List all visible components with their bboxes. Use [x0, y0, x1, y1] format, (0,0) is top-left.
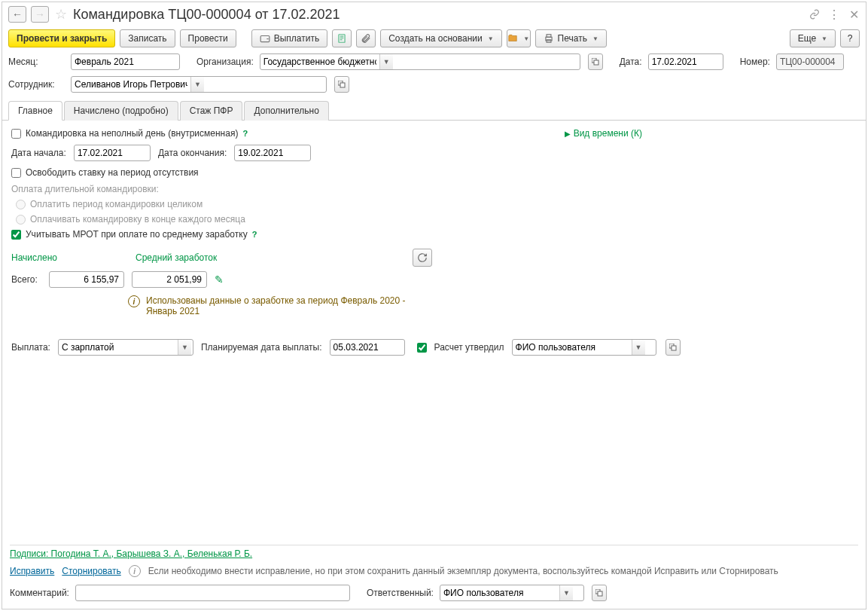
help-button[interactable]: ?: [840, 29, 860, 47]
employee-open-button[interactable]: [334, 76, 349, 93]
svg-rect-23: [598, 591, 602, 596]
nav-back-button[interactable]: ←: [8, 6, 26, 23]
attach-button[interactable]: [356, 29, 376, 47]
avg-input[interactable]: [132, 271, 207, 288]
total-label: Всего:: [11, 274, 41, 285]
folder-arrow-icon: [507, 33, 518, 44]
fix-link[interactable]: Исправить: [10, 566, 54, 576]
pay-label: Выплатить: [274, 33, 320, 44]
tab-pfr[interactable]: Стаж ПФР: [180, 101, 243, 121]
pay-monthly-label: Оплачивать командировку в конце каждого …: [30, 214, 245, 225]
tab-accrued[interactable]: Начислено (подробно): [64, 101, 178, 121]
resp-label: Ответственный:: [367, 588, 434, 598]
tab-main[interactable]: Главное: [8, 101, 62, 121]
pay-monthly-radio: [16, 215, 26, 225]
resp-open-button[interactable]: [592, 585, 607, 601]
svg-rect-13: [340, 83, 345, 87]
more-button[interactable]: Еще▼: [790, 29, 836, 47]
create-based-button[interactable]: Создать на основании▼: [380, 29, 501, 47]
employee-label: Сотрудник:: [8, 79, 65, 90]
window-title: Командировка ТЦ00-000004 от 17.02.2021: [73, 7, 804, 23]
end-date-input[interactable]: [235, 145, 311, 160]
month-label: Месяц:: [8, 57, 65, 67]
post-button[interactable]: Провести: [180, 29, 236, 47]
svg-rect-9: [594, 60, 598, 65]
more-label: Еще: [798, 33, 816, 44]
date-label: Дата:: [620, 57, 642, 67]
resp-input[interactable]: [440, 585, 559, 600]
comment-input[interactable]: [76, 585, 195, 600]
chevron-right-icon: ▶: [565, 130, 571, 138]
pay-full-radio: [16, 200, 26, 209]
employee-input[interactable]: [72, 77, 190, 92]
month-input[interactable]: [72, 54, 180, 69]
menu-icon[interactable]: ⋮: [828, 8, 840, 20]
end-date-label: Дата окончания:: [158, 148, 227, 158]
paperclip-icon: [361, 33, 371, 44]
save-label: Записать: [128, 33, 166, 44]
org-dropdown[interactable]: ▼: [379, 54, 393, 69]
mrot-checkbox[interactable]: [11, 230, 21, 240]
svg-rect-21: [672, 346, 676, 350]
create-based-label: Создать на основании: [388, 33, 483, 44]
approved-checkbox[interactable]: [417, 343, 427, 353]
planned-date-label: Планируемая дата выплаты:: [201, 342, 322, 353]
planned-date-input[interactable]: [330, 340, 405, 355]
partial-day-help-icon[interactable]: ?: [242, 129, 248, 138]
save-button[interactable]: Записать: [120, 29, 175, 47]
close-icon[interactable]: ✕: [848, 8, 860, 20]
number-label: Номер:: [740, 57, 770, 67]
org-open-button[interactable]: [588, 53, 603, 70]
svg-rect-6: [547, 35, 551, 38]
link-icon[interactable]: [809, 8, 821, 20]
signatures-link[interactable]: Подписи: Погодина Т. А., Барышева З. А.,…: [10, 548, 252, 559]
org-input[interactable]: [260, 54, 379, 69]
comment-label: Комментарий:: [10, 588, 69, 598]
pay-full-label: Оплатить период командировки целиком: [30, 199, 203, 209]
org-label: Организация:: [196, 57, 254, 67]
favorite-icon[interactable]: ☆: [53, 7, 69, 22]
transfer-button[interactable]: ▼: [507, 29, 531, 47]
post-close-label: Провести и закрыть: [17, 33, 107, 44]
partial-day-checkbox[interactable]: [11, 129, 21, 139]
info-text: Использованы данные о заработке за перио…: [146, 295, 414, 316]
payout-dropdown[interactable]: ▼: [178, 340, 191, 355]
employee-dropdown[interactable]: ▼: [190, 77, 204, 92]
approved-input[interactable]: [513, 340, 632, 355]
pencil-icon[interactable]: ✎: [215, 273, 224, 286]
approved-label: Расчет утвердил: [434, 342, 504, 353]
footer-info-icon: i: [129, 565, 141, 577]
form-button[interactable]: [332, 29, 352, 47]
resp-dropdown[interactable]: ▼: [559, 585, 573, 600]
start-date-input[interactable]: [75, 145, 151, 160]
accrued-header: Начислено: [11, 252, 57, 263]
approved-open-button[interactable]: [665, 339, 681, 356]
nav-forward-button[interactable]: →: [31, 6, 49, 23]
printer-icon: [544, 33, 554, 44]
document-icon: [337, 33, 347, 44]
avg-header: Средний заработок: [136, 252, 217, 263]
footer-hint: Если необходимо внести исправление, но п…: [148, 566, 778, 576]
payout-label: Выплата:: [11, 342, 50, 353]
payout-input[interactable]: [59, 340, 178, 355]
time-kind-link[interactable]: ▶ Вид времени (К): [565, 128, 642, 139]
total-input[interactable]: [49, 271, 124, 288]
start-date-label: Дата начала:: [11, 148, 66, 158]
post-label: Провести: [188, 33, 228, 44]
mrot-label: Учитывать МРОТ при оплате по среднему за…: [26, 229, 248, 240]
post-and-close-button[interactable]: Провести и закрыть: [8, 29, 115, 47]
long-trip-pay-label: Оплата длительной командировки:: [11, 184, 857, 194]
print-label: Печать: [558, 33, 587, 44]
tab-extra[interactable]: Дополнительно: [244, 101, 328, 121]
free-rate-checkbox[interactable]: [11, 168, 21, 178]
info-icon: i: [128, 295, 140, 307]
print-button[interactable]: Печать▼: [535, 29, 607, 47]
time-kind-label: Вид времени (К): [574, 128, 642, 139]
refresh-button[interactable]: [413, 249, 432, 267]
pay-button[interactable]: Выплатить: [251, 29, 328, 47]
date-input[interactable]: [649, 54, 723, 69]
storno-link[interactable]: Сторнировать: [62, 566, 120, 576]
wallet-icon: [260, 33, 270, 44]
approved-dropdown[interactable]: ▼: [632, 340, 645, 355]
mrot-help-icon[interactable]: ?: [252, 230, 257, 239]
